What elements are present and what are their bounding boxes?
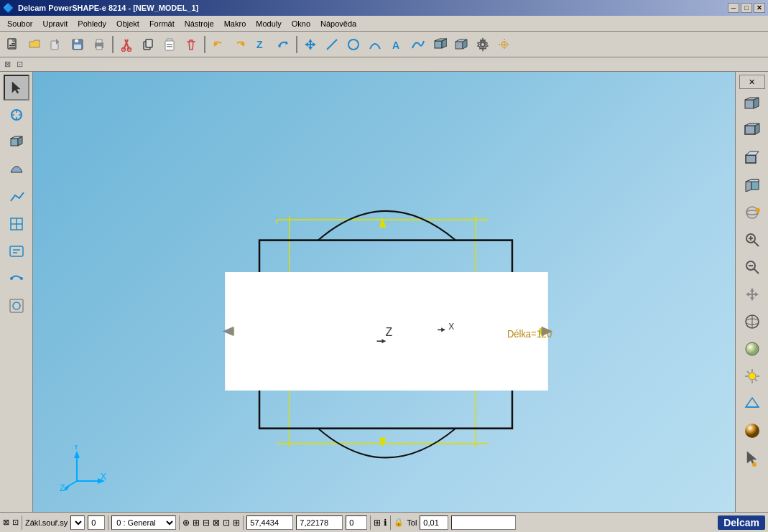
- globe-button[interactable]: [739, 309, 765, 335]
- menu-item-upravit[interactable]: Upravit: [38, 18, 72, 29]
- rotate-button[interactable]: [273, 34, 293, 55]
- menu-item-formát[interactable]: Formát: [145, 18, 179, 29]
- mesh-button[interactable]: [4, 211, 29, 237]
- help-button[interactable]: [739, 445, 765, 471]
- layer-dropdown[interactable]: 0 : General: [111, 515, 176, 530]
- snap-icon: ⊞: [193, 518, 200, 528]
- shaded-button[interactable]: [739, 336, 765, 362]
- section-button[interactable]: [739, 391, 765, 416]
- csys-icon: ⊕: [182, 518, 190, 528]
- viewport[interactable]: Z X Délka=120 Y Z: [33, 72, 735, 512]
- coord-sys-dropdown[interactable]: ▼: [70, 515, 85, 530]
- status-sep-4: [243, 515, 244, 530]
- svg-rect-84: [745, 126, 755, 134]
- title-bar-controls[interactable]: ─ □ ✕: [728, 3, 765, 13]
- viewport-close-button[interactable]: ✕: [739, 75, 765, 89]
- import-button[interactable]: [46, 34, 66, 55]
- pan-button[interactable]: [739, 281, 765, 307]
- maximize-button[interactable]: □: [741, 3, 752, 13]
- svg-marker-91: [746, 179, 759, 182]
- transform-button[interactable]: [4, 102, 29, 128]
- solid2-button[interactable]: [451, 34, 471, 55]
- zoom-fit-button[interactable]: [739, 227, 765, 253]
- menu-item-soubor[interactable]: Soubor: [3, 18, 37, 29]
- undo-button[interactable]: [208, 34, 228, 55]
- cut-button[interactable]: [116, 34, 137, 55]
- svg-point-105: [746, 342, 759, 355]
- menu-item-nástroje[interactable]: Nástroje: [180, 18, 218, 29]
- toolbar-sep-2: [204, 36, 205, 53]
- coord-value-input[interactable]: [88, 515, 105, 530]
- view-isometric-button[interactable]: [739, 90, 765, 116]
- menu-item-objekt[interactable]: Objekt: [112, 18, 144, 29]
- svg-point-26: [348, 39, 358, 50]
- new-button[interactable]: [3, 34, 23, 55]
- copy-button[interactable]: [138, 34, 158, 55]
- info-icon: ℹ: [384, 518, 387, 528]
- view-right-button[interactable]: [739, 172, 765, 198]
- print-button[interactable]: [89, 34, 109, 55]
- delete-button[interactable]: [181, 34, 201, 55]
- view-rotate-button[interactable]: [739, 200, 765, 225]
- svg-rect-81: [745, 100, 754, 108]
- extra-input[interactable]: [451, 515, 516, 530]
- wireframe-button[interactable]: [4, 184, 29, 210]
- svg-marker-61: [379, 437, 387, 447]
- zoom-button[interactable]: [739, 254, 765, 280]
- arc-button[interactable]: [365, 34, 385, 55]
- spline-button[interactable]: [408, 34, 428, 55]
- menu-item-okno[interactable]: Okno: [287, 18, 315, 29]
- snap-button[interactable]: [494, 34, 514, 55]
- title-text: Delcam PowerSHAPE-e 8214 - [NEW_MODEL_1]: [18, 4, 198, 12]
- y-coord-input[interactable]: [296, 515, 343, 530]
- x-coord-input[interactable]: [246, 515, 293, 530]
- camera-icon: ⊡: [223, 518, 230, 528]
- measure-button[interactable]: Z: [251, 34, 272, 55]
- tol-input[interactable]: [420, 515, 448, 530]
- annotation-button[interactable]: [4, 238, 29, 264]
- text-button[interactable]: A: [387, 34, 407, 55]
- svg-text:Z: Z: [60, 483, 65, 492]
- app-icon: 🔷: [3, 3, 14, 13]
- svg-rect-4: [9, 47, 15, 48]
- svg-rect-28: [435, 41, 442, 48]
- open-button[interactable]: [24, 34, 45, 55]
- save-button[interactable]: [68, 34, 88, 55]
- menu-bar: SouborUpravitPohledyObjektFormátNástroje…: [0, 16, 768, 32]
- menu-item-nápověda[interactable]: Nápověda: [316, 18, 361, 29]
- grid-icon: ⊟: [203, 518, 210, 528]
- tab-bar-icon: ⊠: [1, 60, 14, 69]
- status-sep-2: [108, 515, 108, 530]
- view-front-button[interactable]: [739, 118, 765, 144]
- redo-button[interactable]: [230, 34, 250, 55]
- grid2-icon: ⊞: [233, 518, 240, 528]
- z-coord-input[interactable]: [346, 515, 367, 530]
- minimize-button[interactable]: ─: [728, 3, 739, 13]
- svg-text:Y: Y: [73, 445, 79, 452]
- settings-button[interactable]: [473, 34, 493, 55]
- svg-point-50: [13, 302, 20, 309]
- move-button[interactable]: [300, 34, 320, 55]
- menu-item-makro[interactable]: Makro: [220, 18, 251, 29]
- main-layout: Z X Délka=120 Y Z: [0, 72, 768, 512]
- close-button[interactable]: ✕: [754, 3, 765, 13]
- status-sep-3: [179, 515, 180, 530]
- csys-button[interactable]: [4, 293, 29, 319]
- svg-rect-10: [96, 39, 102, 43]
- solid1-button[interactable]: [430, 34, 450, 55]
- status-sep-1: [22, 515, 22, 530]
- svg-line-100: [754, 269, 759, 274]
- view-top-button[interactable]: [739, 145, 765, 171]
- menu-item-moduly[interactable]: Moduly: [251, 18, 285, 29]
- menu-item-pohledy[interactable]: Pohledy: [73, 18, 111, 29]
- ball-render-button[interactable]: [739, 418, 765, 444]
- surface-tool-button[interactable]: [4, 157, 29, 182]
- svg-rect-21: [167, 46, 172, 47]
- line-button[interactable]: [322, 34, 342, 55]
- select-tool-button[interactable]: [4, 75, 29, 101]
- paste-button[interactable]: [159, 34, 180, 55]
- circle-button[interactable]: [343, 34, 364, 55]
- solid-tool-button[interactable]: [4, 129, 29, 155]
- dimension-button[interactable]: [4, 266, 29, 291]
- light-button[interactable]: [739, 363, 765, 389]
